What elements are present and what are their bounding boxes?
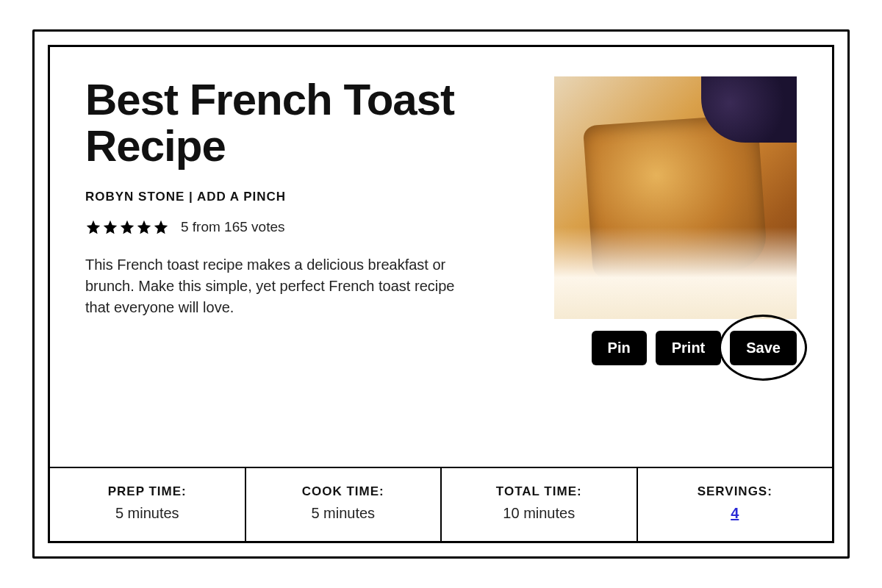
recipe-hero-image [554, 76, 797, 319]
meta-label: TOTAL TIME: [448, 484, 631, 499]
pin-button[interactable]: Pin [592, 331, 647, 365]
save-button[interactable]: Save [730, 331, 797, 365]
meta-value: 10 minutes [448, 505, 631, 522]
card-left-column: Best French Toast Recipe ROBYN STONE | A… [85, 76, 531, 443]
outer-frame: Best French Toast Recipe ROBYN STONE | A… [32, 29, 850, 559]
recipe-author: ROBYN STONE | ADD A PINCH [85, 190, 531, 204]
rating-stars[interactable] [85, 219, 169, 235]
meta-servings: SERVINGS: 4 [638, 468, 833, 541]
print-button[interactable]: Print [656, 331, 722, 365]
rating-row: 5 from 165 votes [85, 219, 531, 235]
hero-image-berries [701, 76, 797, 143]
meta-cook-time: COOK TIME: 5 minutes [246, 468, 442, 541]
star-icon [153, 219, 169, 235]
meta-label: PREP TIME: [56, 484, 239, 499]
meta-value: 4 [644, 505, 827, 522]
meta-prep-time: PREP TIME: 5 minutes [50, 468, 246, 541]
meta-total-time: TOTAL TIME: 10 minutes [442, 468, 638, 541]
star-icon [119, 219, 135, 235]
card-right-column: Pin Print Save [554, 76, 797, 443]
recipe-title: Best French Toast Recipe [85, 76, 531, 169]
meta-label: COOK TIME: [252, 484, 435, 499]
recipe-description: This French toast recipe makes a delicio… [85, 254, 482, 318]
card-top: Best French Toast Recipe ROBYN STONE | A… [50, 47, 832, 467]
action-buttons-row: Pin Print Save [554, 331, 797, 365]
star-icon [136, 219, 152, 235]
meta-row: PREP TIME: 5 minutes COOK TIME: 5 minute… [50, 467, 832, 541]
star-icon [85, 219, 101, 235]
recipe-card: Best French Toast Recipe ROBYN STONE | A… [48, 45, 834, 543]
meta-value: 5 minutes [56, 505, 239, 522]
meta-label: SERVINGS: [644, 484, 827, 499]
star-icon [102, 219, 118, 235]
meta-value: 5 minutes [252, 505, 435, 522]
rating-text: 5 from 165 votes [181, 219, 285, 235]
servings-link[interactable]: 4 [731, 505, 739, 521]
